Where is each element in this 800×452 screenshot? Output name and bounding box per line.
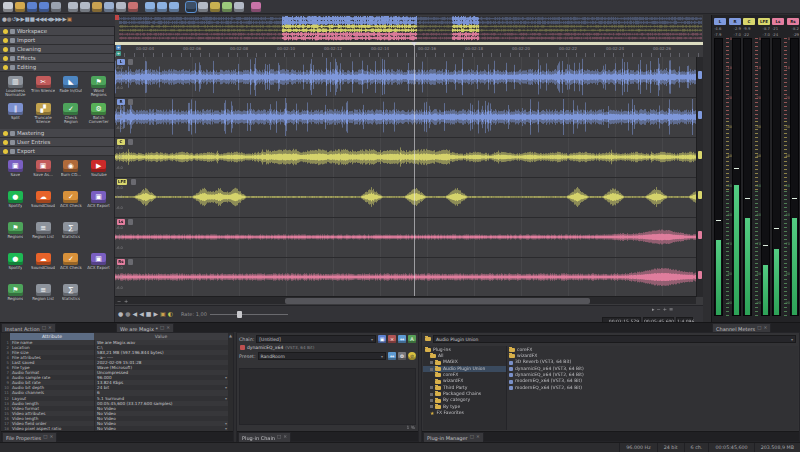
toolbar-speaker-icon[interactable] [234,2,244,12]
playbar-loop-icon[interactable]: ◐ [168,311,172,317]
action-spotify[interactable]: ●Spotify [2,189,29,219]
rate-slider-thumb[interactable] [237,311,242,318]
zoom-selection-icon[interactable]: ▸ [652,307,655,312]
marker-tool-icon[interactable]: + [116,45,121,50]
close-icon[interactable]: × [48,326,52,331]
action-acx-export[interactable]: ▣ACX Export [85,251,112,281]
playbar-play-icon[interactable]: ▶ [153,311,157,317]
transport-previous-icon[interactable]: ◀ [47,17,50,23]
time-ruler[interactable]: 00:02:0400:02:0600:02:0800:02:1000:02:12… [115,45,703,57]
action-fade-in-out[interactable]: ◣Fade In/Out [58,74,85,100]
audition-chain-icon[interactable]: A [408,335,416,343]
action-acx-check[interactable]: ✓ACX Check [58,251,85,281]
float-icon[interactable]: □ [42,326,46,331]
transport-forward-icon[interactable]: ▶▶ [55,17,61,23]
transport-arm-record-icon[interactable]: ● [7,17,11,23]
toolbar-trim-icon[interactable] [116,2,126,12]
level-meter-rs[interactable] [790,38,799,316]
transport-pause-icon[interactable]: ▮▮ [25,17,29,23]
toolbar-copy-icon[interactable] [80,2,90,12]
scrollbar-thumb[interactable] [285,298,590,304]
file-overview-strip[interactable] [119,16,702,41]
toolbar-redo-icon[interactable] [157,2,167,12]
tree-checkbox[interactable] [430,386,433,389]
transport-next-icon[interactable]: ▶ [51,17,54,23]
toolbar-open-file-icon[interactable] [15,2,25,12]
toolbar-envelope-tool-icon[interactable] [222,2,232,12]
action-word-regions[interactable]: ⚑Word Regions [85,74,112,100]
float-icon[interactable]: □ [43,435,47,440]
action-split[interactable]: ∥Split [2,101,29,127]
action-statistics[interactable]: ∑Statistics [58,220,85,250]
toolbar-magnify-tool-icon[interactable] [198,2,208,12]
region-tool-icon[interactable]: + [116,51,121,56]
toolbar-pencil-tool-icon[interactable] [210,2,220,12]
tab-plugin-chain[interactable]: Plug-in Chain □× [238,432,291,442]
tab-file-properties[interactable]: File Properties □× [2,432,57,442]
zoom-in-icon[interactable]: + [663,307,667,312]
playbar-device-settings-icon[interactable]: ● [125,311,129,317]
toolbar-edit-tool-icon[interactable] [186,2,196,12]
transport-stop-icon[interactable]: ■ [30,17,34,23]
close-icon[interactable]: × [166,326,170,331]
playbar-record-icon[interactable]: ● [118,311,122,317]
sidebar-section-user-entries[interactable]: User Entries [0,138,114,147]
float-icon[interactable]: □ [277,435,281,440]
scroll-channel-chip-r[interactable] [698,111,702,119]
float-icon[interactable]: □ [470,435,474,440]
action-youtube[interactable]: ▶Youtube [85,158,112,188]
toolbar-save-file-icon[interactable] [27,2,37,12]
transport-go-to-end-icon[interactable]: ▶ [63,17,66,23]
chain-plugin-area[interactable] [239,368,416,425]
sidebar-section-workspace[interactable]: Workspace [0,27,114,36]
close-icon[interactable]: × [476,435,480,440]
zoom-overview-icon[interactable]: ≡ [669,307,673,312]
action-soundcloud[interactable]: ☁SoundCloud [30,251,57,281]
action-check-region-names[interactable]: ✓Check Region names [58,101,85,127]
scroll-channel-chip-c[interactable] [698,151,702,159]
level-meter-c[interactable] [743,38,752,316]
action-region-list[interactable]: ≡Region List [30,282,57,312]
action-region-list[interactable]: ≡Region List [30,220,57,250]
playbar-scrub-icon[interactable]: ▣ [160,311,165,317]
sidebar-section-cleaning[interactable]: Cleaning [0,45,114,54]
column-header-attribute[interactable]: Attribute [10,333,94,340]
level-meter-r[interactable] [732,38,741,316]
list-item-moderneq-x64-vst2-64-bit-[interactable]: modernEQ_x64 (VST2, 64 Bit) [507,385,798,391]
zoom-out-icon[interactable]: − [657,307,661,312]
scroll-up-icon[interactable]: ▲ [228,333,233,340]
level-meter-ls[interactable] [772,38,781,316]
close-icon[interactable]: × [763,326,767,331]
meter-label-lfe[interactable]: LFE [758,18,770,25]
waveform-editor[interactable]: 00:02:0400:02:0600:02:0800:02:1000:02:12… [115,15,703,322]
action-regions[interactable]: ⚑Regions [2,282,29,312]
bypass-icon[interactable]: ⊘ [408,352,416,360]
scroll-channel-chip-ls[interactable] [698,231,702,239]
playbar-go-to-start-icon[interactable]: ◀ [133,311,137,317]
sidebar-section-import[interactable]: Import [0,36,114,45]
toolbar-repeat-icon[interactable] [169,2,179,12]
rate-slider[interactable] [210,310,288,319]
playbar-stop-icon[interactable]: ■ [146,311,151,317]
tab-plugin-manager[interactable]: Plug-in Manager □× [423,432,484,442]
action-soundcloud[interactable]: ☁SoundCloud [30,189,57,219]
scroll-channel-chip-lfe[interactable] [698,191,702,199]
remove-chain-icon[interactable]: × [388,335,396,343]
chain-plugin-row[interactable]: dynamicEQ_x64 (VST3, 64 Bit) [237,343,418,350]
toolbar-paste-icon[interactable] [92,2,102,12]
toolbar-plugin-chain-icon[interactable] [251,2,261,12]
action-batch-converter[interactable]: ⚙Batch Converter [85,101,112,127]
tree-checkbox[interactable] [430,361,433,364]
fx-icon[interactable]: ↔ [388,352,396,360]
action-statistics[interactable]: ∑Statistics [58,282,85,312]
level-meter-l[interactable] [714,38,723,316]
sidebar-section-export[interactable]: Export [0,147,114,156]
playbar-previous-marker-icon[interactable]: ◀ [139,311,143,317]
column-header-value[interactable]: Value [94,333,228,340]
toolbar-save-all-icon[interactable] [39,2,49,12]
meter-label-rs[interactable]: Rs [787,18,799,25]
toolbar-export-file-icon[interactable] [51,2,61,12]
float-icon[interactable]: □ [757,326,761,331]
plugin-location-select[interactable]: Audio Plugin Union▾ [433,335,796,343]
transport-input-monitor-icon[interactable]: ▣ [67,17,71,23]
